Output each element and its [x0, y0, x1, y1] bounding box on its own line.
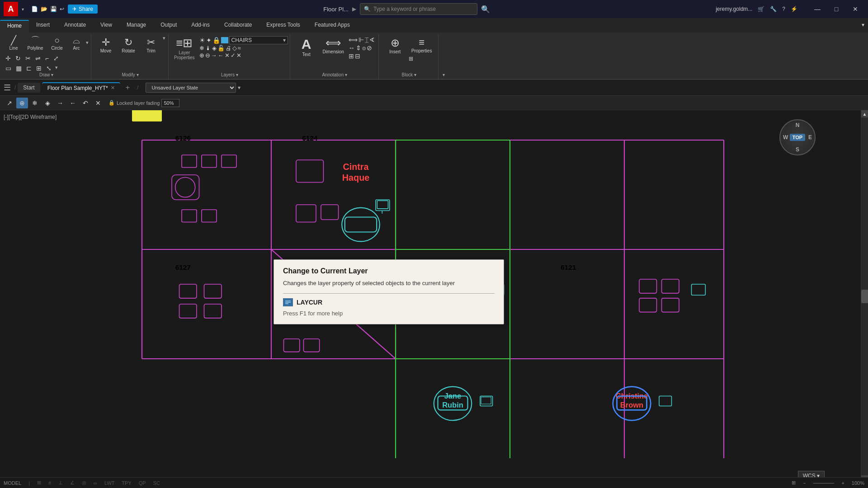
- line-button[interactable]: ╱ Line: [4, 34, 24, 52]
- dim-tool-8[interactable]: ⊘: [367, 44, 372, 52]
- status-qp[interactable]: QP: [139, 480, 146, 486]
- maximize-button[interactable]: □: [827, 2, 845, 16]
- layer-tool-4[interactable]: ←: [218, 52, 224, 59]
- trim-tool[interactable]: ✂: [24, 54, 33, 63]
- dropdown-arrow[interactable]: ▾: [22, 7, 24, 12]
- lpt-delete[interactable]: ✕: [92, 98, 104, 108]
- dimension-button[interactable]: ⟺ Dimension: [320, 35, 347, 56]
- freeze2-icon[interactable]: 🌡: [205, 45, 211, 52]
- lpt-current-layer-btn[interactable]: ⊕: [16, 98, 28, 108]
- lock2-icon[interactable]: 🔓: [217, 45, 225, 52]
- lpt-walk[interactable]: ↶: [80, 98, 91, 108]
- lock-icon[interactable]: 🔒: [212, 37, 220, 44]
- array-tool[interactable]: ⊞: [34, 64, 43, 73]
- more-modify[interactable]: ▾: [54, 64, 59, 73]
- layer-state-dropdown[interactable]: Unsaved Layer State: [146, 83, 236, 93]
- modify-dropdown[interactable]: ▾: [163, 35, 165, 47]
- polyline-button[interactable]: ⌒ Polyline: [24, 34, 46, 52]
- share-button[interactable]: ✈Share: [68, 5, 98, 14]
- tab-addins[interactable]: Add-ins: [184, 20, 217, 33]
- close-button[interactable]: ✕: [846, 2, 864, 16]
- tab-more[interactable]: ▾: [858, 20, 868, 33]
- tab-annotate[interactable]: Annotate: [57, 20, 93, 33]
- rotate3d-button[interactable]: ↻ Rotate: [118, 35, 139, 55]
- tab-view[interactable]: View: [93, 20, 119, 33]
- status-zoom-out[interactable]: −: [803, 480, 806, 486]
- status-grid[interactable]: #: [48, 480, 51, 486]
- dim-tool-1[interactable]: ⟺: [349, 36, 358, 43]
- text-button[interactable]: A Text: [295, 35, 318, 58]
- tab-manage[interactable]: Manage: [119, 20, 153, 33]
- plot-icon[interactable]: 🖨: [226, 45, 231, 52]
- rotate-tool[interactable]: ↻: [14, 54, 23, 63]
- layer-name-dropdown[interactable]: CHAIRS ▾: [229, 36, 288, 44]
- lpt-match[interactable]: →: [54, 98, 66, 108]
- add-tab-button[interactable]: +: [122, 82, 133, 94]
- properties-button[interactable]: ≡ Properties: [409, 35, 435, 55]
- search-button-icon[interactable]: 🔍: [481, 5, 490, 14]
- vp2-icon[interactable]: ◇: [232, 45, 237, 52]
- status-zoom-level[interactable]: 100%: [852, 480, 864, 486]
- layer-color-swatch[interactable]: [221, 37, 228, 43]
- layer-tool-6[interactable]: ✓: [231, 52, 236, 59]
- scale-tool[interactable]: ⤢: [52, 54, 61, 63]
- status-snap[interactable]: ⊞: [37, 480, 41, 486]
- app-icon[interactable]: A: [4, 2, 18, 16]
- dim-tool-3[interactable]: ⌶: [365, 36, 368, 43]
- draw-dropdown[interactable]: ▾: [86, 34, 89, 52]
- close-tab-icon[interactable]: ✕: [111, 85, 115, 91]
- status-osnap[interactable]: ◎: [82, 480, 86, 486]
- tab-start[interactable]: Start: [18, 83, 40, 93]
- status-otrack[interactable]: ∞: [94, 480, 97, 486]
- hatch-tool[interactable]: ▦: [14, 64, 24, 73]
- status-lwt[interactable]: LWT: [104, 480, 114, 486]
- layer-tool-3[interactable]: →: [211, 52, 217, 59]
- arc-button[interactable]: ⌓ Arc: [68, 34, 85, 52]
- lpt-isolate[interactable]: ◈: [42, 98, 53, 108]
- lpt-copy[interactable]: ←: [67, 98, 79, 108]
- layer-tool-7[interactable]: ✕: [236, 52, 241, 59]
- tab-express-tools[interactable]: Express Tools: [259, 20, 307, 33]
- tab-floor-plan[interactable]: Floor Plan Sample_HYT* ✕: [42, 82, 120, 93]
- minimize-button[interactable]: —: [808, 2, 826, 16]
- status-ortho[interactable]: ⊥: [58, 480, 63, 486]
- tab-insert[interactable]: Insert: [29, 20, 57, 33]
- match-icon[interactable]: ≈: [238, 45, 241, 52]
- layer-tool-5[interactable]: ✕: [225, 52, 230, 59]
- tools-icon[interactable]: 🔧: [770, 6, 777, 12]
- circle-button[interactable]: ○ Circle: [47, 34, 67, 52]
- fillet-tool[interactable]: ⌐: [43, 54, 51, 63]
- status-polar[interactable]: ∠: [70, 480, 75, 486]
- right-scrollbar[interactable]: ▲ ▼ 🔍 ✋ ⤢: [861, 110, 868, 488]
- lpt-freeze[interactable]: ❄: [29, 98, 41, 108]
- scroll-thumb[interactable]: [861, 290, 868, 303]
- status-tpy[interactable]: TPY: [122, 480, 131, 486]
- clip-button[interactable]: ✂ Trim: [140, 35, 162, 55]
- tab-home[interactable]: Home: [0, 20, 29, 33]
- crosshair-button[interactable]: ✛ Move: [95, 35, 117, 55]
- layer-state-arrow[interactable]: ▾: [238, 84, 241, 91]
- sun-icon[interactable]: ☀: [199, 37, 205, 44]
- scroll-up[interactable]: ▲: [861, 110, 868, 117]
- plugin-icon[interactable]: ⚡: [791, 6, 797, 12]
- status-sc[interactable]: SC: [153, 480, 160, 486]
- dim-tool-7[interactable]: ⌾: [362, 44, 366, 52]
- new-icon[interactable]: 📄: [31, 6, 38, 12]
- freeze-icon[interactable]: ❄: [199, 45, 204, 52]
- locked-fading-input[interactable]: [161, 99, 179, 107]
- dim-tool-4[interactable]: ∢: [369, 36, 375, 43]
- tab-collaborate[interactable]: Collaborate: [217, 20, 259, 33]
- open-icon[interactable]: 📂: [41, 6, 47, 12]
- dim-tool-9[interactable]: ⊟: [355, 52, 360, 60]
- status-model[interactable]: MODEL: [4, 480, 21, 486]
- stretch-tool[interactable]: ⤡: [44, 64, 53, 73]
- insert-button[interactable]: ⊕ Insert: [383, 35, 407, 56]
- nav-forward[interactable]: ▶: [352, 6, 356, 12]
- rect-tool[interactable]: ▭: [4, 64, 13, 73]
- compass-top-button[interactable]: TOP: [790, 134, 805, 141]
- user-account[interactable]: jeremy.goldm...: [716, 6, 752, 12]
- sun2-icon[interactable]: ✦: [206, 37, 212, 44]
- dim-tool-2[interactable]: ⊩: [359, 36, 364, 43]
- status-layout[interactable]: ⊞: [792, 480, 796, 486]
- layer-tool-1[interactable]: ⊕: [199, 52, 204, 59]
